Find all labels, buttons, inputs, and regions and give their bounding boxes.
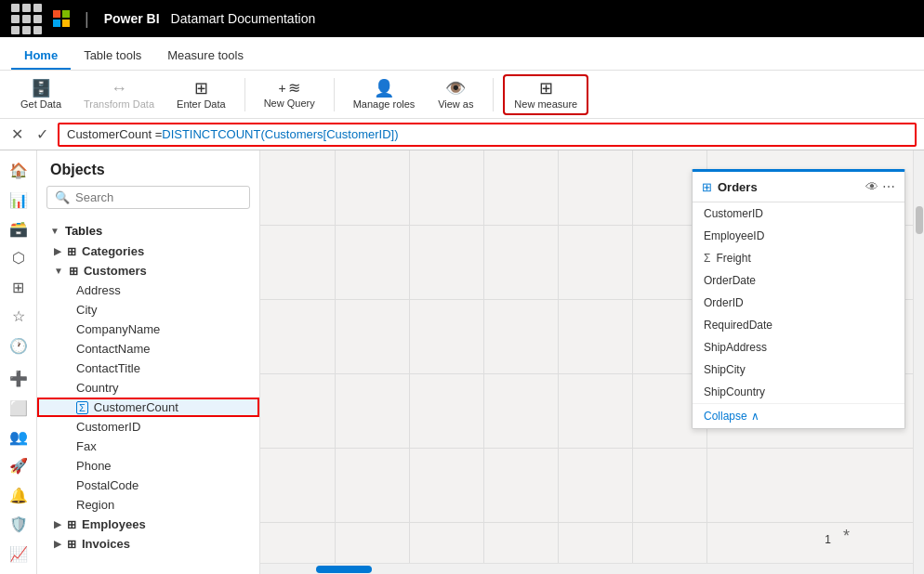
orders-title-area: ⊞ Orders: [702, 180, 758, 194]
customers-table-icon: ⊞: [69, 265, 78, 278]
separator3: [493, 78, 494, 111]
search-box[interactable]: 🔍: [46, 186, 250, 209]
orders-card: ⊞ Orders 👁 ⋯ CustomerID EmployeeID Σ Fre…: [692, 169, 905, 429]
transform-data-icon: ↔️: [111, 80, 127, 97]
ribbon-toolbar: 🗄️ Get Data ↔️ Transform Data ⊞ Enter Da…: [0, 71, 924, 119]
separator1: [244, 78, 245, 111]
star-side-icon[interactable]: ☆: [4, 304, 33, 329]
query-side-icon[interactable]: ⊞: [4, 275, 33, 300]
orders-preview-icon[interactable]: 👁: [865, 179, 878, 194]
employees-item[interactable]: ▶ ⊞ Employees: [37, 515, 259, 534]
field-customerid[interactable]: CustomerID: [37, 417, 259, 437]
tables-group[interactable]: ▼ Tables: [37, 220, 259, 241]
microsoft-logo: [53, 10, 70, 27]
field-phone[interactable]: Phone: [37, 456, 259, 476]
chart-side-icon[interactable]: 📈: [4, 541, 33, 566]
report-side-icon[interactable]: 📊: [4, 187, 33, 212]
invoices-item[interactable]: ▶ ⊞ Invoices: [37, 534, 259, 554]
field-contacttitle[interactable]: ContactTitle: [37, 359, 259, 378]
data-side-icon[interactable]: 🗃️: [4, 216, 33, 241]
customerid-field-label: CustomerID: [704, 207, 763, 220]
scrollbar-thumb[interactable]: [916, 206, 923, 234]
enter-data-icon: ⊞: [194, 80, 208, 97]
formula-input[interactable]: CustomerCount = DISTINCTCOUNT(Customers[…: [58, 123, 917, 147]
orders-table-icon: ⊞: [702, 180, 712, 194]
template-side-icon[interactable]: ⬜: [4, 395, 33, 420]
doc-title: Datamart Documentation: [171, 11, 316, 26]
tab-table-tools[interactable]: Table tools: [71, 41, 154, 70]
shield-side-icon[interactable]: 🛡️: [4, 512, 33, 537]
field-contactname[interactable]: ContactName: [37, 339, 259, 359]
field-companyname[interactable]: CompanyName: [37, 320, 259, 339]
collapse-chevron-icon: ∧: [751, 410, 759, 423]
rocket-side-icon[interactable]: 🚀: [4, 453, 33, 478]
formula-check-button[interactable]: ✓: [33, 125, 52, 143]
top-bar: | Power BI Datamart Documentation: [0, 0, 924, 37]
horizontal-scrollbar-thumb[interactable]: [316, 566, 372, 573]
formula-text-static: CustomerCount =: [67, 127, 162, 141]
tab-home[interactable]: Home: [11, 41, 71, 70]
enter-data-button[interactable]: ⊞ Enter Data: [167, 74, 235, 115]
freight-field-label: Freight: [716, 252, 750, 265]
orders-field-orderdate[interactable]: OrderDate: [693, 269, 904, 292]
employeeid-field-label: EmployeeID: [704, 229, 764, 242]
orders-field-orderid[interactable]: OrderID: [693, 292, 904, 314]
side-icons: 🏠 📊 🗃️ ⬡ ⊞ ☆ 🕐 ➕ ⬜ 👥 🚀 🔔 🛡️ 📈: [0, 150, 37, 574]
add-side-icon[interactable]: ➕: [4, 366, 33, 391]
people-side-icon[interactable]: 👥: [4, 424, 33, 450]
employees-label: Employees: [82, 517, 146, 531]
collapse-label: Collapse: [704, 410, 747, 423]
orders-field-requireddate[interactable]: RequiredDate: [693, 314, 904, 336]
search-input[interactable]: [75, 190, 242, 204]
measure-icon: Σ: [76, 401, 88, 414]
orders-field-shipcountry[interactable]: ShipCountry: [693, 381, 904, 403]
grid-v2: [409, 150, 410, 574]
transform-data-button[interactable]: ↔️ Transform Data: [74, 74, 164, 115]
field-region[interactable]: Region: [37, 495, 259, 515]
tab-measure-tools[interactable]: Measure tools: [154, 41, 257, 70]
orderdate-field-label: OrderDate: [704, 274, 756, 287]
new-measure-icon: ⊞: [539, 80, 553, 97]
orders-field-shipcity[interactable]: ShipCity: [693, 359, 904, 381]
field-address[interactable]: Address: [37, 280, 259, 300]
orders-field-freight[interactable]: Σ Freight: [693, 247, 904, 269]
new-query-button[interactable]: +≋ New Query: [255, 74, 324, 115]
orders-card-header: ⊞ Orders 👁 ⋯: [693, 172, 904, 202]
categories-item[interactable]: ▶ ⊞ Categories: [37, 241, 259, 261]
grid-v4: [558, 150, 559, 574]
formula-close-button[interactable]: ✕: [7, 125, 27, 143]
clock-side-icon[interactable]: 🕐: [4, 333, 33, 359]
categories-label: Categories: [82, 244, 144, 258]
customers-label: Customers: [84, 264, 147, 278]
customers-item[interactable]: ▼ ⊞ Customers: [37, 261, 259, 280]
get-data-button[interactable]: 🗄️ Get Data: [11, 74, 71, 115]
home-side-icon[interactable]: 🏠: [4, 158, 33, 183]
orders-field-employeeid[interactable]: EmployeeID: [693, 225, 904, 247]
orders-collapse-button[interactable]: Collapse ∧: [693, 403, 904, 428]
field-customercount[interactable]: Σ CustomerCount: [37, 398, 259, 417]
field-country[interactable]: Country: [37, 378, 259, 398]
orders-field-shipaddress[interactable]: ShipAddress: [693, 336, 904, 359]
customercount-label: CustomerCount: [94, 400, 178, 414]
horizontal-scrollbar[interactable]: [260, 563, 913, 574]
vertical-scrollbar[interactable]: [913, 150, 924, 574]
orders-field-customerid[interactable]: CustomerID: [693, 202, 904, 225]
canvas-star3: *: [843, 527, 850, 546]
orders-more-icon[interactable]: ⋯: [882, 179, 895, 194]
tree-section: ▼ Tables ▶ ⊞ Categories ▼ ⊞ Customers Ad…: [37, 216, 259, 574]
model-side-icon[interactable]: ⬡: [4, 245, 33, 270]
new-measure-button[interactable]: ⊞ New measure: [503, 74, 588, 115]
manage-roles-button[interactable]: 👤 Manage roles: [344, 74, 425, 115]
categories-chevron: ▶: [54, 246, 61, 256]
separator: |: [85, 9, 89, 29]
field-fax[interactable]: Fax: [37, 437, 259, 456]
objects-panel: Objects 🔍 ▼ Tables ▶ ⊞ Categories ▼ ⊞ Cu…: [37, 150, 260, 574]
field-city[interactable]: City: [37, 300, 259, 320]
search-icon: 🔍: [55, 190, 70, 204]
apps-grid-icon[interactable]: [11, 4, 42, 34]
view-as-button[interactable]: 👁️ View as: [428, 74, 483, 115]
field-postalcode[interactable]: PostalCode: [37, 476, 259, 495]
alert-side-icon[interactable]: 🔔: [4, 483, 33, 508]
invoices-label: Invoices: [82, 537, 130, 551]
orders-card-actions: 👁 ⋯: [865, 179, 895, 194]
